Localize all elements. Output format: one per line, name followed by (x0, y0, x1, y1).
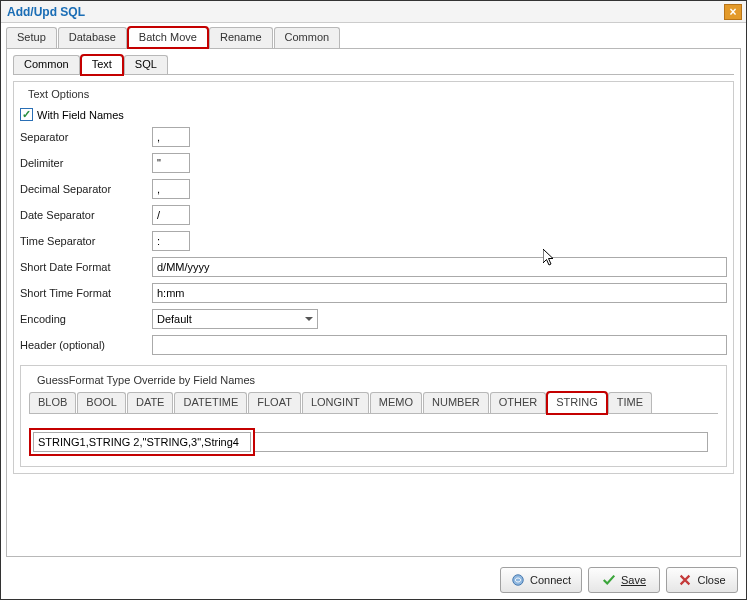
subtab-text[interactable]: Text (81, 55, 123, 75)
typetab-number[interactable]: NUMBER (423, 392, 489, 413)
override-highlight (29, 428, 255, 456)
check-icon (602, 573, 616, 587)
delimiter-input[interactable] (152, 153, 190, 173)
save-button[interactable]: Save (588, 567, 660, 593)
tab-rename[interactable]: Rename (209, 27, 273, 48)
connect-label: Connect (530, 574, 571, 586)
titlebar: Add/Upd SQL × (1, 1, 746, 23)
main-tabs: Setup Database Batch Move Rename Common (6, 27, 741, 49)
override-input-visual[interactable] (33, 432, 251, 452)
with-field-names-checkbox[interactable]: ✓ (20, 108, 33, 121)
tab-database[interactable]: Database (58, 27, 127, 48)
typetab-other[interactable]: OTHER (490, 392, 547, 413)
header-input[interactable] (152, 335, 727, 355)
short-date-format-input[interactable] (152, 257, 727, 277)
typetab-string[interactable]: STRING (547, 392, 607, 414)
type-tabs: BLOB BOOL DATE DATETIME FLOAT LONGINT ME… (29, 392, 718, 414)
subtab-common[interactable]: Common (13, 55, 80, 74)
typetab-time[interactable]: TIME (608, 392, 652, 413)
tab-setup[interactable]: Setup (6, 27, 57, 48)
subtab-sql[interactable]: SQL (124, 55, 168, 74)
footer-buttons: Connect Save Close (500, 567, 738, 593)
decimal-separator-label: Decimal Separator (20, 183, 146, 195)
tab-common[interactable]: Common (274, 27, 341, 48)
encoding-value: Default (157, 313, 192, 325)
connect-icon (511, 573, 525, 587)
separator-input[interactable] (152, 127, 190, 147)
type-content (29, 414, 718, 456)
time-separator-input[interactable] (152, 231, 190, 251)
delimiter-label: Delimiter (20, 157, 146, 169)
x-icon (678, 573, 692, 587)
main-tab-content: Common Text SQL Text Options ✓ With Fiel… (6, 49, 741, 557)
close-icon: × (729, 5, 736, 19)
typetab-blob[interactable]: BLOB (29, 392, 76, 413)
sub-tabs: Common Text SQL (13, 55, 734, 75)
with-field-names-row: ✓ With Field Names (20, 108, 727, 121)
typetab-memo[interactable]: MEMO (370, 392, 422, 413)
separator-label: Separator (20, 131, 146, 143)
tab-batch-move[interactable]: Batch Move (128, 27, 208, 48)
dialog-window: Add/Upd SQL × Setup Database Batch Move … (0, 0, 747, 600)
chevron-down-icon (305, 317, 313, 321)
window-title: Add/Upd SQL (5, 5, 724, 19)
guessformat-group: GuessFormat Type Override by Field Names… (20, 365, 727, 467)
time-separator-label: Time Separator (20, 235, 146, 247)
encoding-select[interactable]: Default (152, 309, 318, 329)
text-options-group: Text Options ✓ With Field Names Separato… (13, 81, 734, 474)
save-label: Save (621, 574, 646, 586)
typetab-bool[interactable]: BOOL (77, 392, 126, 413)
window-close-button[interactable]: × (724, 4, 742, 20)
short-date-format-label: Short Date Format (20, 261, 146, 273)
typetab-float[interactable]: FLOAT (248, 392, 301, 413)
typetab-datetime[interactable]: DATETIME (174, 392, 247, 413)
body-area: Setup Database Batch Move Rename Common … (6, 23, 741, 557)
text-options-title: Text Options (24, 88, 93, 100)
override-input-rest[interactable] (255, 432, 708, 452)
svg-point-0 (513, 575, 524, 586)
close-label: Close (697, 574, 725, 586)
date-separator-label: Date Separator (20, 209, 146, 221)
close-button[interactable]: Close (666, 567, 738, 593)
typetab-date[interactable]: DATE (127, 392, 174, 413)
short-time-format-label: Short Time Format (20, 287, 146, 299)
header-label: Header (optional) (20, 339, 146, 351)
guessformat-title: GuessFormat Type Override by Field Names (33, 374, 259, 386)
short-time-format-input[interactable] (152, 283, 727, 303)
typetab-longint[interactable]: LONGINT (302, 392, 369, 413)
connect-button[interactable]: Connect (500, 567, 582, 593)
encoding-label: Encoding (20, 313, 146, 325)
with-field-names-label: With Field Names (37, 109, 124, 121)
decimal-separator-input[interactable] (152, 179, 190, 199)
date-separator-input[interactable] (152, 205, 190, 225)
